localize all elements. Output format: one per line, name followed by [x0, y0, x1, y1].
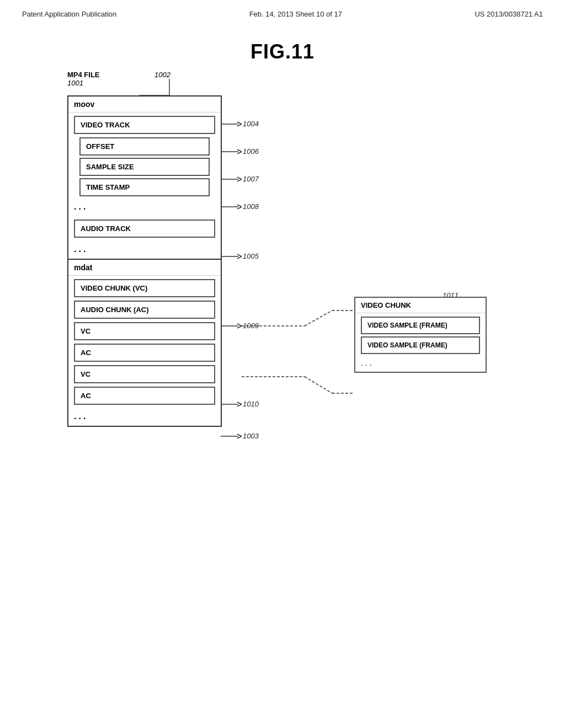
svg-line-16: [237, 254, 242, 256]
header-center: Feb. 14, 2013 Sheet 10 of 17: [249, 10, 342, 18]
svg-line-7: [237, 149, 242, 152]
video-chunk-vc-box: VIDEO CHUNK (VC): [74, 279, 215, 297]
svg-line-32: [237, 404, 242, 406]
time-stamp-container: TIME STAMP: [79, 178, 210, 196]
svg-line-4: [237, 122, 242, 124]
ref-1010: 1010: [243, 400, 259, 408]
video-track-box: VIDEO TRACK: [74, 116, 215, 134]
sample-size-box: SAMPLE SIZE: [79, 158, 210, 176]
vc-box-2: VC: [74, 365, 215, 383]
main-outer-box: moov VIDEO TRACK OFFSET SAMPLE SIZE TIME…: [67, 95, 222, 427]
svg-line-19: [237, 324, 242, 326]
right-detail-box: VIDEO CHUNK VIDEO SAMPLE (FRAME) VIDEO S…: [354, 297, 487, 373]
moov-section: moov VIDEO TRACK OFFSET SAMPLE SIZE TIME…: [68, 97, 221, 260]
svg-line-28: [237, 434, 242, 436]
ac-box-1: AC: [74, 344, 215, 362]
vc-box-1: VC: [74, 322, 215, 340]
ac-box-2: AC: [74, 387, 215, 405]
ref-1004: 1004: [243, 120, 259, 128]
ref-1005: 1005: [243, 252, 259, 260]
moov-label: moov: [68, 97, 221, 113]
ref-1002: 1002: [154, 71, 170, 79]
svg-line-11: [237, 179, 242, 181]
ref-1003: 1003: [243, 432, 259, 440]
offset-container: OFFSET: [79, 137, 210, 156]
ref-1006: 1006: [243, 147, 259, 156]
audio-track-box: AUDIO TRACK: [74, 220, 215, 238]
svg-line-25: [305, 377, 332, 393]
svg-line-20: [237, 326, 242, 328]
offset-box: OFFSET: [79, 137, 210, 156]
page-header: Patent Application Publication Feb. 14, …: [0, 0, 565, 24]
svg-line-13: [237, 205, 242, 207]
moov-dots-2: ...: [68, 241, 221, 259]
video-chunk-detail-header: VIDEO CHUNK: [355, 298, 486, 313]
video-sample-frame-1: VIDEO SAMPLE (FRAME): [361, 317, 480, 334]
time-stamp-box: TIME STAMP: [79, 178, 210, 196]
mdat-label: mdat: [68, 260, 221, 276]
mp4-file-label: MP4 FILE: [67, 71, 100, 79]
figure-title: FIG.11: [34, 40, 531, 63]
sample-size-container: SAMPLE SIZE: [79, 158, 210, 176]
svg-line-31: [237, 402, 242, 404]
svg-line-8: [237, 152, 242, 154]
ref-1008: 1008: [243, 202, 259, 211]
video-sample-frame-2: VIDEO SAMPLE (FRAME): [361, 336, 480, 354]
audio-chunk-ac-box: AUDIO CHUNK (AC): [74, 301, 215, 319]
ref-1009: 1009: [243, 322, 259, 330]
svg-line-29: [237, 436, 242, 438]
svg-line-17: [237, 256, 242, 259]
moov-dots-1: ...: [68, 199, 221, 216]
header-left: Patent Application Publication: [22, 10, 116, 18]
detail-dots: ...: [355, 356, 486, 372]
mdat-dots: ...: [68, 408, 221, 426]
svg-line-5: [237, 124, 242, 126]
svg-line-10: [237, 177, 242, 179]
ref-1001: 1001: [67, 79, 83, 87]
header-right: US 2013/0038721 A1: [475, 10, 543, 18]
ref-1007: 1007: [243, 175, 259, 183]
mdat-section: mdat VIDEO CHUNK (VC) AUDIO CHUNK (AC) V…: [68, 260, 221, 426]
diagram-area: FIG.11 MP4 FILE 1001 1002: [34, 40, 531, 647]
svg-line-22: [305, 311, 332, 326]
svg-line-14: [237, 207, 242, 209]
